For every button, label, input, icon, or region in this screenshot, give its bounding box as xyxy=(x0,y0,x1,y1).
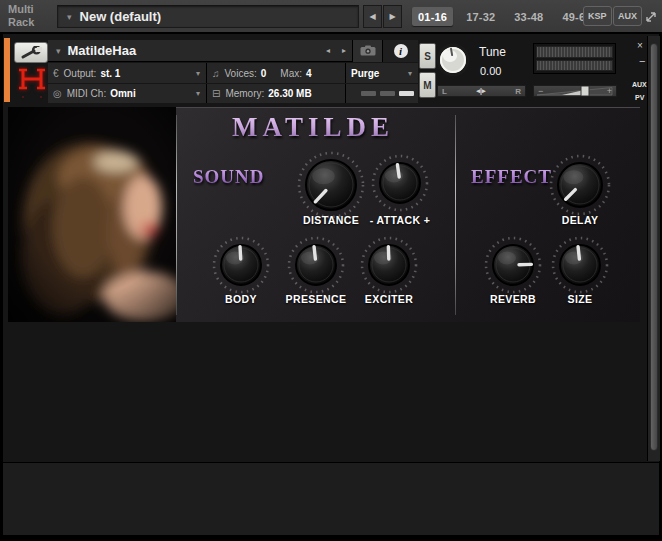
knob-presence[interactable] xyxy=(285,234,347,296)
pan-left-label: L xyxy=(442,87,447,96)
knob-distance[interactable] xyxy=(295,149,367,221)
panel-divider xyxy=(176,115,177,315)
led-indicator xyxy=(380,91,395,96)
pan-position-marker[interactable]: ◂|▸ xyxy=(477,87,486,95)
stereo-level-meters xyxy=(533,43,616,74)
aux-button[interactable]: AUX xyxy=(613,6,642,26)
led-indicator xyxy=(361,91,376,96)
solo-button[interactable]: S xyxy=(419,43,436,69)
chevron-down-icon: ▾ xyxy=(196,69,200,78)
output-icon: € xyxy=(53,68,59,79)
knob-delay[interactable] xyxy=(547,152,613,218)
tab-17-32[interactable]: 17-32 xyxy=(460,7,501,26)
midi-value: Omni xyxy=(110,88,136,99)
keyboard-bar: ▲ +2 ▼ 01234567 xyxy=(3,462,659,535)
memory-value: 26.30 MB xyxy=(268,88,311,99)
purge-label: Purge xyxy=(351,68,379,79)
preset-next-button[interactable]: ▶ xyxy=(383,5,402,28)
window-bottom-edge xyxy=(0,535,662,541)
midi-channel-select[interactable]: ◎ MIDI Ch: Omni ▾ xyxy=(48,84,206,103)
snapshot-camera-button[interactable] xyxy=(352,40,382,62)
resize-icon[interactable] xyxy=(645,9,657,27)
wrench-icon xyxy=(19,46,43,60)
info-button[interactable]: i xyxy=(382,40,418,62)
knob-label-exciter: EXCITER xyxy=(339,293,439,305)
instrument-color-tag xyxy=(4,38,10,102)
voices-readout: ♫ Voices: 0 Max: 4 xyxy=(207,63,345,83)
mute-button[interactable]: M xyxy=(419,72,436,98)
led-indicator xyxy=(399,91,414,96)
chevron-down-icon: ▾ xyxy=(196,89,200,98)
header-row-output: € Output: st. 1 ▾ ♫ Voices: 0 Max: 4 Pur… xyxy=(48,63,418,83)
max-label: Max: xyxy=(280,68,302,79)
chevron-down-icon: ▾ xyxy=(67,12,72,22)
volume-slider[interactable]: − + xyxy=(533,85,617,97)
collapse-chevron-icon[interactable]: ▾ xyxy=(56,46,61,56)
output-select[interactable]: € Output: st. 1 ▾ xyxy=(48,63,206,83)
volume-handle[interactable] xyxy=(581,86,589,96)
midi-icon: ◎ xyxy=(53,88,62,99)
pan-slider[interactable]: L ◂|▸ R xyxy=(437,85,526,97)
scrollbar-thumb[interactable] xyxy=(650,43,658,451)
effect-section-label: EFFECT xyxy=(471,166,552,188)
tune-value: 0.00 xyxy=(480,65,501,77)
instrument-title: MATILDE xyxy=(178,112,448,143)
max-value: 4 xyxy=(306,68,312,79)
voices-icon: ♫ xyxy=(212,68,220,79)
preset-dropdown[interactable]: ▾ New (default) xyxy=(57,5,359,28)
sound-section-label: SOUND xyxy=(193,166,265,188)
info-icon: i xyxy=(394,44,408,58)
level-meter-left xyxy=(536,46,613,58)
preset-name: New (default) xyxy=(80,9,162,24)
performance-view-button[interactable]: PV xyxy=(635,94,644,101)
multi-rack-label: Multi Rack xyxy=(8,3,34,29)
purge-menu[interactable]: Purge ▾ xyxy=(346,63,418,83)
knob-label-attack: - ATTACK + xyxy=(350,214,450,226)
knob-body[interactable] xyxy=(210,234,272,296)
tab-33-48[interactable]: 33-48 xyxy=(508,7,549,26)
output-label: Output: xyxy=(64,68,97,79)
midi-activity-leds xyxy=(346,84,418,103)
knob-label-delay: DELAY xyxy=(530,214,630,226)
chevron-down-icon: ▾ xyxy=(408,69,412,78)
knob-reverb[interactable] xyxy=(482,234,544,296)
close-icon[interactable]: × xyxy=(637,40,643,51)
minimize-icon[interactable]: − xyxy=(639,55,645,67)
instrument-name: MatildeHaa xyxy=(68,43,320,58)
instrument-logo-icon xyxy=(15,66,49,98)
instrument-next-icon[interactable]: ▸ xyxy=(336,46,352,55)
voices-label: Voices: xyxy=(225,68,257,79)
midi-label: MIDI Ch: xyxy=(67,88,106,99)
ksp-button[interactable]: KSP xyxy=(583,6,612,26)
volume-plus-label: + xyxy=(607,86,612,97)
page-tabs: 01-16 17-32 33-48 49-64 xyxy=(412,7,598,26)
tab-01-16[interactable]: 01-16 xyxy=(412,7,453,26)
panel-divider xyxy=(455,115,456,315)
multi-rack-toolbar: Multi Rack ▾ New (default) ◀ ▶ 01-16 17-… xyxy=(0,0,662,33)
memory-icon: ⊟ xyxy=(212,88,220,99)
knob-exciter[interactable] xyxy=(358,234,420,296)
memory-readout: ⊟ Memory: 26.30 MB xyxy=(207,84,345,103)
instrument-header[interactable]: ▾ MatildeHaa ◂ ▸ i xyxy=(48,40,418,62)
volume-min-label: − xyxy=(538,86,543,97)
tune-label: Tune xyxy=(479,45,506,59)
level-meter-right xyxy=(536,60,613,72)
voices-value: 0 xyxy=(261,68,267,79)
aux-send-button[interactable]: AUX xyxy=(632,81,647,88)
knob-label-size: SIZE xyxy=(530,293,630,305)
output-value: st. 1 xyxy=(100,68,120,79)
pan-right-label: R xyxy=(515,87,521,96)
knob-attack[interactable] xyxy=(369,152,431,214)
instrument-performance-view: MATILDE SOUND EFFECT DISTANCE - ATTACK +… xyxy=(8,107,640,322)
portrait-image xyxy=(8,107,176,322)
header-row-midi: ◎ MIDI Ch: Omni ▾ ⊟ Memory: 26.30 MB xyxy=(48,84,418,103)
memory-label: Memory: xyxy=(225,88,264,99)
preset-prev-button[interactable]: ◀ xyxy=(363,5,382,28)
instrument-prev-icon[interactable]: ◂ xyxy=(320,46,336,55)
edit-wrench-button[interactable] xyxy=(14,42,48,63)
tune-knob[interactable] xyxy=(436,43,470,81)
kontakt-window: Multi Rack ▾ New (default) ◀ ▶ 01-16 17-… xyxy=(0,0,662,541)
camera-icon xyxy=(360,45,376,56)
knob-size[interactable] xyxy=(549,234,611,296)
rack-scrollbar[interactable] xyxy=(647,36,660,461)
